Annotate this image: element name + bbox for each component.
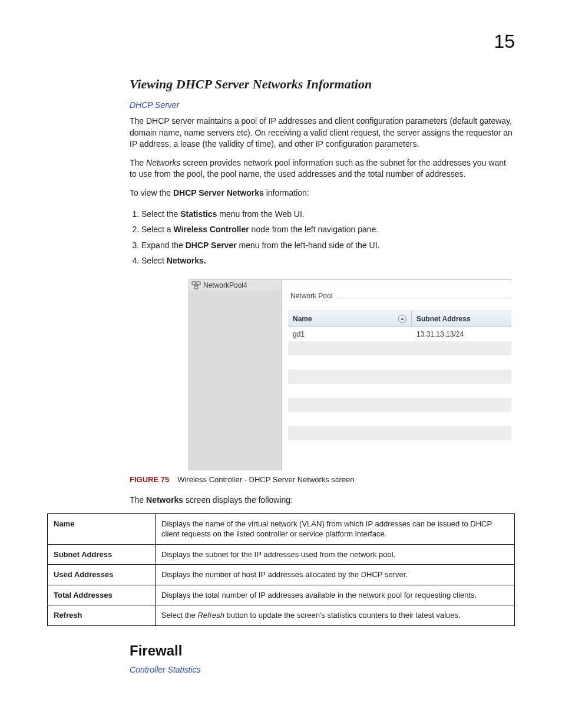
fieldset-divider xyxy=(336,298,511,298)
definition-table: NameDisplays the name of the virtual net… xyxy=(47,513,515,626)
cell-name: gd1 xyxy=(288,330,412,338)
figure-caption: FIGURE 75Wireless Controller - DHCP Serv… xyxy=(130,475,515,484)
figure-caption-text: Wireless Controller - DHCP Server Networ… xyxy=(177,475,354,484)
paragraph: The DHCP server maintains a pool of IP a… xyxy=(130,116,515,150)
column-header-label: Subnet Address xyxy=(416,315,471,323)
text: screen provides network pool information… xyxy=(130,158,506,179)
definition-term: Total Addresses xyxy=(48,585,156,605)
table-row[interactable]: gd113.31.13.13/24 xyxy=(288,327,511,341)
definition-term: Name xyxy=(48,513,156,544)
text: information: xyxy=(264,188,309,197)
page: 15 Viewing DHCP Server Networks Informat… xyxy=(0,0,562,728)
figure-number: FIGURE 75 xyxy=(130,475,169,484)
text-bold: Networks xyxy=(146,495,183,505)
sort-asc-icon[interactable]: ▲ xyxy=(398,315,406,323)
definition-term: Subnet Address xyxy=(48,544,156,565)
definition-row: NameDisplays the name of the virtual net… xyxy=(48,513,515,544)
step-item: Select the Statistics menu from the Web … xyxy=(141,206,515,222)
network-pool-table: Name ▲ Subnet Address gd113.31.13.13/24 xyxy=(288,311,511,454)
column-header-name[interactable]: Name ▲ xyxy=(288,311,412,327)
definition-term: Used Addresses xyxy=(48,565,156,585)
column-header-label: Name xyxy=(293,315,312,323)
definition-desc: Displays the number of host IP addresses… xyxy=(156,565,515,585)
paragraph: The Networks screen displays the followi… xyxy=(130,495,515,506)
tree-panel: NetworkPool4 xyxy=(189,280,282,470)
breadcrumb-link-dhcp-server[interactable]: DHCP Server xyxy=(130,100,515,110)
svg-rect-1 xyxy=(197,282,200,285)
definition-term: Refresh xyxy=(48,605,156,626)
definition-row: RefreshSelect the Refresh button to upda… xyxy=(48,605,515,626)
table-row[interactable] xyxy=(288,341,511,355)
page-number: 15 xyxy=(494,31,515,52)
table-row[interactable] xyxy=(288,440,511,454)
definition-row: Subnet AddressDisplays the subnet for th… xyxy=(48,544,515,565)
breadcrumb-link-controller-statistics[interactable]: Controller Statistics xyxy=(130,665,515,674)
screenshot-mock: NetworkPool4 Network Pool Name ▲ Subnet … xyxy=(189,279,511,470)
table-row[interactable] xyxy=(288,384,511,398)
definition-desc: Select the Refresh button to update the … xyxy=(156,605,515,626)
heading-firewall: Firewall xyxy=(130,643,515,659)
text: The xyxy=(130,495,146,505)
text: Select xyxy=(141,256,167,265)
step-item: Expand the DHCP Server menu from the lef… xyxy=(141,238,515,253)
table-row[interactable] xyxy=(288,355,511,370)
table-row[interactable] xyxy=(288,398,511,412)
section-title: Viewing DHCP Server Networks Information xyxy=(130,77,515,92)
step-item: Select Networks. xyxy=(141,253,515,269)
table-row[interactable] xyxy=(288,412,511,426)
definition-desc: Displays the subnet for the IP addresses… xyxy=(156,544,515,565)
paragraph: The Networks screen provides network poo… xyxy=(130,157,515,180)
table-header-row: Name ▲ Subnet Address xyxy=(288,311,511,327)
column-header-subnet[interactable]: Subnet Address xyxy=(412,311,511,327)
text: Expand the xyxy=(141,241,186,250)
table-row[interactable] xyxy=(288,426,511,440)
text: The xyxy=(130,158,146,167)
text: Select a xyxy=(141,225,173,234)
text: To view the xyxy=(130,188,173,197)
text-bold: Statistics xyxy=(180,209,217,219)
tree-item-label: NetworkPool4 xyxy=(203,281,247,289)
svg-rect-0 xyxy=(192,282,196,285)
ordered-steps: Select the Statistics menu from the Web … xyxy=(130,206,515,269)
text-bold: DHCP Server Networks xyxy=(173,188,264,197)
text: node from the left navigation pane. xyxy=(249,225,378,234)
paragraph: To view the DHCP Server Networks informa… xyxy=(130,187,515,199)
detail-panel: Network Pool Name ▲ Subnet Address gd113… xyxy=(282,280,511,470)
definition-row: Used AddressesDisplays the number of hos… xyxy=(48,565,515,585)
text: screen displays the following: xyxy=(183,495,293,505)
text: menu from the Web UI. xyxy=(217,209,304,219)
definition-desc: Displays the total number of IP addresse… xyxy=(156,585,515,605)
figure: NetworkPool4 Network Pool Name ▲ Subnet … xyxy=(130,279,515,470)
svg-rect-2 xyxy=(194,286,198,289)
step-item: Select a Wireless Controller node from t… xyxy=(141,222,515,238)
tree-item-networkpool[interactable]: NetworkPool4 xyxy=(189,280,282,291)
text-bold: Wireless Controller xyxy=(173,225,249,234)
network-icon xyxy=(191,281,201,289)
table-body: gd113.31.13.13/24 xyxy=(288,327,511,454)
table-row[interactable] xyxy=(288,370,511,384)
text: Select the xyxy=(141,209,180,219)
text-emphasis: Networks xyxy=(146,158,180,167)
definition-row: Total AddressesDisplays the total number… xyxy=(48,585,515,605)
cell-subnet: 13.31.13.13/24 xyxy=(412,330,511,338)
fieldset-label: Network Pool xyxy=(290,292,511,300)
definition-desc: Displays the name of the virtual network… xyxy=(156,513,515,544)
text: menu from the left-hand side of the UI. xyxy=(237,241,380,250)
text-bold: Networks. xyxy=(167,256,206,265)
text-bold: DHCP Server xyxy=(186,241,237,250)
